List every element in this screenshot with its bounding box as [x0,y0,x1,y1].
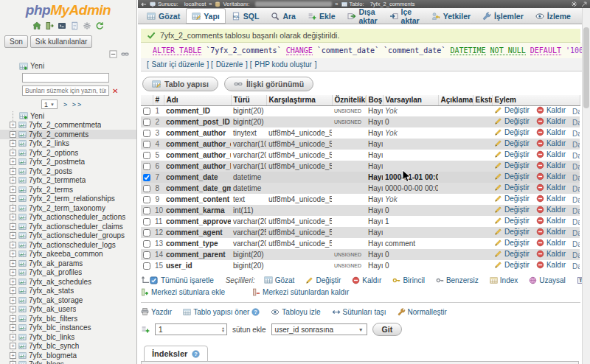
more-link[interactable]: Daha fazla [572,174,580,182]
change-link[interactable]: Değiştir [494,161,530,169]
scrollbar-thumb[interactable] [583,27,589,108]
expand-icon[interactable]: + [10,287,16,294]
change-link[interactable]: Değiştir [494,117,530,125]
reload-icon[interactable] [95,21,104,30]
tree-new-database[interactable]: Yeni [0,61,136,71]
tree-item-7yfx_ak_schedules[interactable]: +7yfx_ak_schedules [0,277,136,287]
tree-item-7yfx_akeeba_common[interactable]: +7yfx_akeeba_common [0,250,136,259]
maximize-icon[interactable] [581,1,587,7]
row-checkbox[interactable] [143,240,150,248]
settings-gear-icon[interactable] [571,1,577,7]
more-link[interactable]: Daha fazla [572,141,580,149]
drop-link[interactable]: Kaldır [536,228,566,236]
row-checkbox[interactable] [143,185,150,192]
more-link[interactable]: Daha fazla [572,240,580,248]
more-link[interactable]: Daha fazla [572,130,580,138]
central-remove-link[interactable]: Merkezi sütunlardan kaldır [252,288,349,296]
clear-filter-icon[interactable]: ✕ [112,87,118,95]
row-checkbox[interactable] [143,108,150,115]
expand-icon[interactable]: + [10,343,16,349]
tree-item-7yfx_2_options[interactable]: +7yfx_2_options [0,148,136,158]
expand-icon[interactable]: + [10,177,16,183]
tree-filter-input[interactable] [22,85,109,96]
help-icon[interactable]: ? [251,308,260,316]
drop-link[interactable]: Kaldır [536,217,566,225]
tree-item-7yfx_actionscheduler_logs[interactable]: +7yfx_actionscheduler_logs [0,240,136,250]
tree-item-7yfx_ak_stats[interactable]: +7yfx_ak_stats [0,287,136,296]
spinner-icon[interactable]: ▲▼ [221,326,225,332]
more-link[interactable]: Daha fazla [572,251,580,259]
tree-item-7yfx_blogmeta[interactable]: +7yfx_blogmeta [0,351,136,360]
change-link[interactable]: Değiştir [494,139,530,147]
change-link[interactable]: Değiştir [494,239,530,247]
indexes-legend[interactable]: İndeksler ? [144,346,208,362]
drop-link[interactable]: Kaldır [536,117,566,125]
edit-link-0[interactable]: Satır içi düzenle [152,60,204,69]
tree-item-7yfx_2_comments[interactable]: +7yfx_2_comments [0,130,136,139]
edit-link-2[interactable]: PHP kodu oluştur [254,60,312,69]
selected-action-uzaysal[interactable]: Uzaysal [529,276,566,284]
expand-icon[interactable]: + [10,214,16,220]
change-link[interactable]: Değiştir [494,106,530,114]
tool-sütunları-taşı[interactable]: Sütunları taşı [332,308,386,316]
drop-link[interactable]: Kaldır [536,239,566,247]
nav-tab-s-k-kullan-lanlar[interactable]: Sık kullanılanlar [30,35,93,48]
expand-icon[interactable]: + [10,131,16,138]
drop-link[interactable]: Kaldır [536,128,566,136]
column-position-select[interactable]: user_id sonrasına▼ [271,323,367,335]
row-checkbox[interactable] [143,218,150,225]
nav-tab-son[interactable]: Son [4,35,28,48]
tree-item-7yfx_ak_users[interactable]: +7yfx_ak_users [0,305,136,315]
more-link[interactable]: Daha fazla [572,262,580,270]
expand-icon[interactable]: + [10,140,16,147]
tree-item-7yfx_actionscheduler_claims[interactable]: +7yfx_actionscheduler_claims [0,222,136,231]
tab-i-zleme[interactable]: İzleme [530,8,577,24]
check-all-link[interactable]: Tümünü işaretle [150,276,214,284]
change-link[interactable]: Değiştir [494,250,530,258]
tree-item-7yfx_2_commentmeta[interactable]: +7yfx_2_commentmeta [0,121,136,130]
expand-icon[interactable]: + [10,260,16,267]
expand-icon[interactable]: + [10,352,16,359]
expand-icon[interactable]: + [10,279,16,285]
button-tablo-yapısı[interactable]: Tablo yapısı [142,77,218,91]
tree-item-7yfx_blc_synch[interactable]: +7yfx_blc_synch [0,342,136,351]
tree-item-7yfx_actionscheduler_actions[interactable]: +7yfx_actionscheduler_actions [0,213,136,223]
drop-link[interactable]: Kaldır [536,161,566,169]
expand-icon[interactable]: + [10,232,16,239]
row-checkbox[interactable] [143,119,150,126]
tree-item-7yfx_ak_profiles[interactable]: +7yfx_ak_profiles [0,268,136,278]
exit-icon[interactable] [45,21,54,30]
tree-item-7yfx_ak_storage[interactable]: +7yfx_ak_storage [0,295,136,305]
expand-icon[interactable]: + [10,306,16,312]
selected-action-benzersiz[interactable]: Benzersiz [436,276,479,284]
drop-link[interactable]: Kaldır [536,195,566,203]
change-link[interactable]: Değiştir [494,261,530,269]
tab-ara[interactable]: Ara [265,8,302,24]
more-link[interactable]: Daha fazla [572,229,580,237]
tree-item-7yfx_2_term_relationships[interactable]: +7yfx_2_term_relationships [0,195,136,204]
tree-item-7yfx_blc_links[interactable]: +7yfx_blc_links [0,332,136,342]
expand-icon[interactable]: + [10,150,16,156]
selected-action-değiştir[interactable]: Değiştir [305,276,341,284]
tab-ekle[interactable]: Ekle [302,8,341,24]
change-link[interactable]: Değiştir [494,150,530,158]
row-checkbox[interactable] [143,174,150,181]
tab-sql[interactable]: SQLSQL [226,8,266,24]
help-icon[interactable]: ? [192,350,200,358]
expand-icon[interactable]: + [10,158,16,165]
back-arrow-icon[interactable] [141,1,147,7]
more-link[interactable]: Daha fazla [572,196,580,204]
tree-item-7yfx_2_term_taxonomy[interactable]: +7yfx_2_term_taxonomy [0,203,136,213]
drop-link[interactable]: Kaldır [536,183,566,192]
drop-link[interactable]: Kaldır [536,139,566,147]
edit-link-1[interactable]: Düzenle [216,60,243,69]
tree-item-7yfx_ak_params[interactable]: +7yfx_ak_params [0,259,136,268]
selected-action-kaldır[interactable]: Kaldır [352,276,381,284]
page-select[interactable]: 1▼ [41,99,58,109]
change-link[interactable]: Değiştir [494,183,530,192]
more-link[interactable]: Daha fazla [572,218,580,226]
row-checkbox[interactable] [143,152,150,159]
tree-item-7yfx_actionscheduler_groups[interactable]: +7yfx_actionscheduler_groups [0,231,136,241]
expand-icon[interactable]: + [10,315,16,322]
change-link[interactable]: Değiştir [494,172,530,181]
